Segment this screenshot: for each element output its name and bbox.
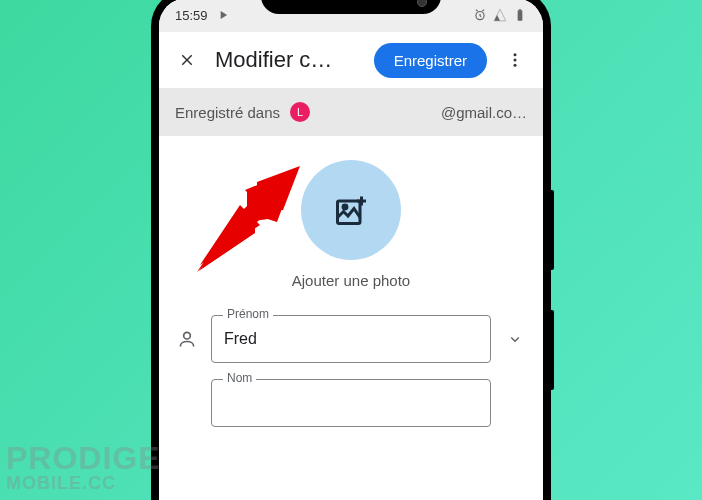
- svg-point-3: [514, 53, 517, 56]
- photo-section: Ajouter une photo: [159, 136, 543, 307]
- person-icon: [175, 329, 199, 349]
- svg-point-4: [514, 59, 517, 62]
- signal-icon: [493, 8, 507, 22]
- firstname-input[interactable]: [211, 315, 491, 363]
- saved-in-label: Enregistré dans: [175, 104, 280, 121]
- play-store-icon: [216, 8, 230, 22]
- phone-notch: [261, 0, 441, 14]
- lastname-input[interactable]: [211, 379, 491, 427]
- svg-rect-1: [518, 10, 523, 20]
- svg-point-7: [343, 205, 347, 209]
- account-row[interactable]: Enregistré dans L @gmail.co…: [159, 88, 543, 136]
- watermark-line1: PRODIGE: [6, 444, 161, 473]
- firstname-label: Prénom: [223, 307, 273, 321]
- more-vertical-icon: [506, 51, 524, 69]
- lastname-label: Nom: [223, 371, 256, 385]
- close-button[interactable]: [167, 40, 207, 80]
- save-button[interactable]: Enregistrer: [374, 43, 487, 78]
- add-photo-button[interactable]: [301, 160, 401, 260]
- battery-icon: [513, 8, 527, 22]
- page-title: Modifier c…: [215, 47, 366, 73]
- phone-screen: 15:59 Modifier c…: [159, 0, 543, 500]
- watermark: PRODIGE MOBILE.CC: [6, 444, 161, 494]
- svg-point-8: [184, 332, 191, 339]
- more-options-button[interactable]: [495, 40, 535, 80]
- account-email: @gmail.co…: [441, 104, 527, 121]
- chevron-down-icon: [506, 330, 524, 348]
- expand-name-button[interactable]: [503, 327, 527, 351]
- account-avatar: L: [290, 102, 310, 122]
- svg-point-5: [514, 64, 517, 67]
- phone-frame: 15:59 Modifier c…: [151, 0, 551, 500]
- alarm-icon: [473, 8, 487, 22]
- app-bar: Modifier c… Enregistrer: [159, 32, 543, 88]
- camera-dot: [417, 0, 427, 7]
- add-photo-caption: Ajouter une photo: [292, 272, 410, 289]
- add-image-icon: [333, 192, 369, 228]
- svg-rect-2: [519, 9, 521, 10]
- watermark-line2: MOBILE.CC: [6, 473, 161, 494]
- close-icon: [178, 51, 196, 69]
- status-time: 15:59: [175, 8, 208, 23]
- firstname-row: Prénom: [159, 307, 543, 371]
- lastname-row: Nom: [159, 371, 543, 435]
